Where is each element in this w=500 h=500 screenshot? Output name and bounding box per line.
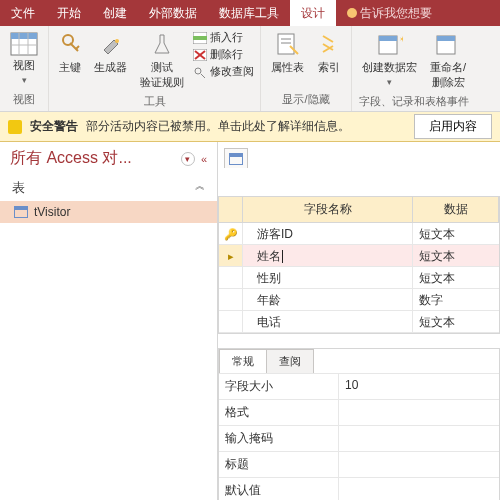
field-type-cell[interactable]: 短文本 bbox=[413, 245, 499, 266]
field-grid: 字段名称 数据 🔑游客ID短文本▸姓名短文本性别短文本年龄数字电话短文本 bbox=[218, 196, 500, 334]
row-selector[interactable] bbox=[219, 267, 243, 288]
tab-file[interactable]: 文件 bbox=[0, 0, 46, 26]
table-icon bbox=[14, 206, 28, 218]
property-value[interactable] bbox=[339, 426, 499, 451]
row-selector[interactable] bbox=[219, 311, 243, 332]
svg-text:✶: ✶ bbox=[399, 35, 403, 44]
insert-row-label: 插入行 bbox=[210, 30, 243, 45]
property-label: 格式 bbox=[219, 400, 339, 425]
warn-msg: 部分活动内容已被禁用。单击此处了解详细信息。 bbox=[86, 118, 350, 135]
modify-lookup-label: 修改查阅 bbox=[210, 64, 254, 79]
builder-label: 生成器 bbox=[94, 60, 127, 75]
group-events: ✶ 创建数据宏▾ 重命名/ 删除宏 字段、记录和表格事件 bbox=[352, 26, 476, 111]
property-label: 属性表 bbox=[271, 60, 304, 75]
field-name-cell[interactable]: 电话 bbox=[243, 311, 413, 332]
tab-design[interactable]: 设计 bbox=[290, 0, 336, 26]
property-sheet-button[interactable]: 属性表 bbox=[267, 30, 308, 77]
delete-row-button[interactable]: 删除行 bbox=[193, 47, 254, 62]
insert-row-button[interactable]: 插入行 bbox=[193, 30, 254, 45]
nav-item-label: tVisitor bbox=[34, 205, 70, 219]
rename-macro-button[interactable]: 重命名/ 删除宏 bbox=[426, 30, 470, 92]
selector-header[interactable] bbox=[219, 197, 243, 222]
field-type-cell[interactable]: 短文本 bbox=[413, 311, 499, 332]
tab-db-tools[interactable]: 数据库工具 bbox=[208, 0, 290, 26]
datasheet-icon bbox=[10, 32, 38, 56]
enable-content-button[interactable]: 启用内容 bbox=[414, 114, 492, 139]
nav-table-item[interactable]: tVisitor bbox=[0, 201, 217, 223]
delete-row-label: 删除行 bbox=[210, 47, 243, 62]
property-value[interactable] bbox=[339, 452, 499, 477]
field-properties: 常规 查阅 字段大小10格式输入掩码标题默认值验证规则 bbox=[218, 348, 500, 500]
doc-tab-table[interactable] bbox=[224, 148, 248, 168]
row-selector[interactable]: ▸ bbox=[219, 245, 243, 266]
nav-section-label: 表 bbox=[12, 179, 25, 197]
nav-header[interactable]: 所有 Access 对... ▾ « bbox=[0, 142, 217, 175]
property-row[interactable]: 字段大小10 bbox=[219, 373, 499, 399]
row-selector[interactable]: 🔑 bbox=[219, 223, 243, 244]
field-name-cell[interactable]: 年龄 bbox=[243, 289, 413, 310]
field-type-cell[interactable]: 短文本 bbox=[413, 223, 499, 244]
property-label: 默认值 bbox=[219, 478, 339, 500]
index-button[interactable]: 索引 bbox=[313, 30, 345, 77]
property-value[interactable] bbox=[339, 478, 499, 500]
field-row[interactable]: 🔑游客ID短文本 bbox=[219, 223, 499, 245]
svg-point-14 bbox=[195, 68, 201, 74]
view-label: 视图 bbox=[13, 58, 35, 73]
group-tools-label: 工具 bbox=[144, 94, 166, 109]
rename-label: 重命名/ 删除宏 bbox=[430, 60, 466, 90]
field-row[interactable]: 年龄数字 bbox=[219, 289, 499, 311]
document-tabs bbox=[218, 142, 500, 168]
tell-me[interactable]: 告诉我您想要 bbox=[336, 0, 443, 26]
modify-lookup-button[interactable]: 修改查阅 bbox=[193, 64, 254, 79]
nav-section[interactable]: 表︽ bbox=[0, 175, 217, 201]
tab-general[interactable]: 常规 bbox=[219, 349, 267, 373]
lookup-icon bbox=[193, 66, 207, 78]
field-name-cell[interactable]: 游客ID bbox=[243, 223, 413, 244]
tab-lookup[interactable]: 查阅 bbox=[266, 349, 314, 373]
svg-rect-16 bbox=[278, 34, 294, 54]
collapse-icon[interactable]: « bbox=[201, 153, 207, 165]
field-name-cell[interactable]: 姓名 bbox=[243, 245, 413, 266]
field-type-cell[interactable]: 短文本 bbox=[413, 267, 499, 288]
ribbon-tabs: 文件 开始 创建 外部数据 数据库工具 设计 告诉我您想要 bbox=[0, 0, 500, 26]
svg-rect-23 bbox=[437, 36, 455, 41]
svg-rect-1 bbox=[11, 33, 37, 39]
property-row[interactable]: 格式 bbox=[219, 399, 499, 425]
chevron-down-icon: ▾ bbox=[22, 75, 27, 85]
tab-create[interactable]: 创建 bbox=[92, 0, 138, 26]
primary-key-button[interactable]: 主键 bbox=[55, 30, 85, 77]
chevron-down-icon[interactable]: ▾ bbox=[181, 152, 195, 166]
property-row[interactable]: 默认值 bbox=[219, 477, 499, 500]
rename-icon bbox=[435, 32, 461, 58]
property-tabs: 常规 查阅 bbox=[219, 349, 499, 373]
tab-external-data[interactable]: 外部数据 bbox=[138, 0, 208, 26]
field-row[interactable]: 性别短文本 bbox=[219, 267, 499, 289]
field-name-cell[interactable]: 性别 bbox=[243, 267, 413, 288]
field-type-cell[interactable]: 数字 bbox=[413, 289, 499, 310]
property-value[interactable]: 10 bbox=[339, 374, 499, 399]
property-value[interactable] bbox=[339, 400, 499, 425]
index-label: 索引 bbox=[318, 60, 340, 75]
col-type[interactable]: 数据 bbox=[413, 197, 499, 222]
property-row[interactable]: 输入掩码 bbox=[219, 425, 499, 451]
workspace: 所有 Access 对... ▾ « 表︽ tVisitor 字段名称 数据 🔑… bbox=[0, 142, 500, 500]
view-button[interactable]: 视图 ▾ bbox=[6, 30, 42, 87]
row-ops: 插入行 删除行 修改查阅 bbox=[193, 30, 254, 79]
create-macro-button[interactable]: ✶ 创建数据宏▾ bbox=[358, 30, 421, 89]
field-row[interactable]: 电话短文本 bbox=[219, 311, 499, 333]
svg-rect-10 bbox=[193, 36, 207, 40]
security-warning-bar[interactable]: 安全警告 部分活动内容已被禁用。单击此处了解详细信息。 启用内容 bbox=[0, 112, 500, 142]
builder-button[interactable]: 生成器 bbox=[90, 30, 131, 77]
row-selector[interactable] bbox=[219, 289, 243, 310]
group-events-label: 字段、记录和表格事件 bbox=[359, 94, 469, 109]
test-rules-button[interactable]: 测试 验证规则 bbox=[136, 30, 188, 92]
field-row[interactable]: ▸姓名短文本 bbox=[219, 245, 499, 267]
bulb-icon bbox=[347, 8, 357, 18]
tab-home[interactable]: 开始 bbox=[46, 0, 92, 26]
property-icon bbox=[276, 32, 300, 58]
col-name[interactable]: 字段名称 bbox=[243, 197, 413, 222]
group-showhide: 属性表 索引 显示/隐藏 bbox=[261, 26, 352, 111]
property-row[interactable]: 标题 bbox=[219, 451, 499, 477]
group-view-label: 视图 bbox=[13, 92, 35, 107]
property-label: 字段大小 bbox=[219, 374, 339, 399]
